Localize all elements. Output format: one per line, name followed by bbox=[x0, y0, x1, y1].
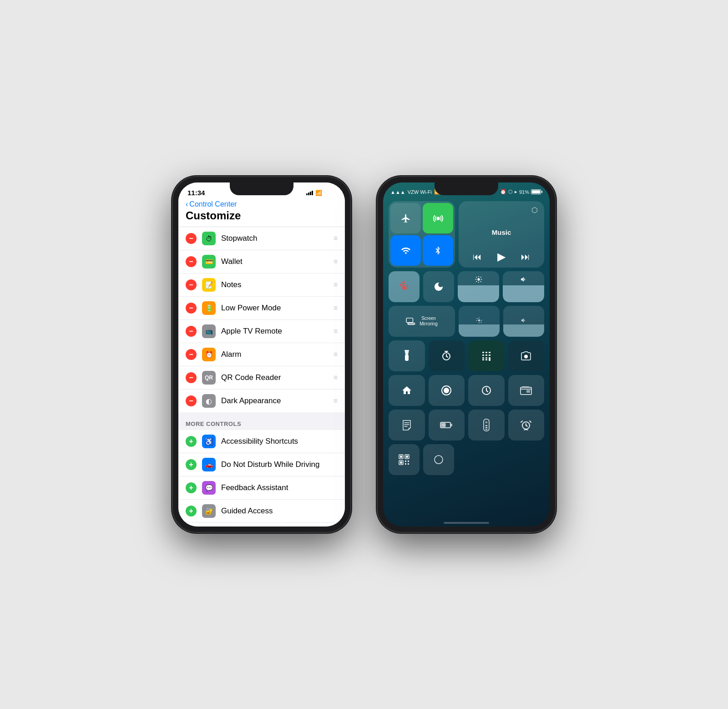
dark-mode-button[interactable] bbox=[423, 444, 454, 475]
forward-button[interactable]: ⏭ bbox=[521, 252, 530, 262]
add-button[interactable]: + bbox=[186, 506, 197, 517]
status-icons: 📶 bbox=[306, 190, 336, 196]
brightness-extended[interactable] bbox=[459, 306, 500, 337]
drag-handle[interactable]: ≡ bbox=[334, 281, 338, 289]
bluetooth-button[interactable] bbox=[423, 235, 453, 266]
remove-button[interactable]: − bbox=[186, 303, 197, 314]
back-button[interactable]: ‹ Control Center bbox=[186, 200, 338, 208]
item-icon: ⏰ bbox=[202, 348, 216, 361]
bar3 bbox=[310, 192, 311, 195]
svg-rect-5 bbox=[406, 318, 413, 323]
settings-list[interactable]: − ⏱ Stopwatch ≡ − 💳 Wallet ≡ bbox=[178, 227, 345, 527]
timer-button[interactable] bbox=[429, 340, 465, 371]
music-tile[interactable]: ⬡ Music ⏮ ▶ ⏭ bbox=[459, 201, 544, 268]
item-icon: 🔐 bbox=[202, 504, 216, 518]
drag-handle[interactable]: ≡ bbox=[334, 258, 338, 266]
list-item[interactable]: − ◐ Dark Appearance ≡ bbox=[178, 390, 345, 412]
remove-button[interactable]: − bbox=[186, 326, 197, 337]
svg-rect-12 bbox=[485, 352, 487, 353]
remove-button[interactable]: − bbox=[186, 233, 197, 244]
svg-rect-40 bbox=[400, 456, 402, 458]
flashlight-button[interactable] bbox=[389, 340, 425, 371]
svg-rect-14 bbox=[482, 354, 484, 356]
cc-grid: ⬡ Music ⏮ ▶ ⏭ bbox=[383, 198, 550, 527]
home-indicator bbox=[239, 522, 284, 524]
list-item[interactable]: + 🚗 Do Not Disturb While Driving bbox=[178, 453, 345, 476]
list-item[interactable]: − 📺 Apple TV Remote ≡ bbox=[178, 320, 345, 343]
low-power-button[interactable] bbox=[429, 410, 465, 441]
item-label: Guided Access bbox=[221, 506, 338, 516]
camera-button[interactable] bbox=[508, 340, 545, 371]
signal-icon: ▲▲▲ bbox=[390, 189, 405, 195]
svg-rect-9 bbox=[405, 354, 409, 361]
remove-button[interactable]: − bbox=[186, 372, 197, 383]
home-button[interactable] bbox=[389, 375, 425, 406]
cc-status-right: ⏰ ⬡ ▸ 91% bbox=[500, 189, 542, 195]
item-icon: ⏱ bbox=[202, 232, 216, 245]
list-item[interactable]: − 🔋 Low Power Mode ≡ bbox=[178, 297, 345, 320]
list-item[interactable]: − 💳 Wallet ≡ bbox=[178, 250, 345, 273]
calculator-button[interactable] bbox=[468, 340, 505, 371]
signal-bars bbox=[306, 191, 313, 195]
wallet-button[interactable] bbox=[508, 375, 545, 406]
row-7 bbox=[389, 444, 544, 475]
svg-point-49 bbox=[435, 456, 443, 464]
drag-handle[interactable]: ≡ bbox=[334, 327, 338, 335]
do-not-disturb-button[interactable] bbox=[423, 271, 454, 302]
brightness-slider[interactable] bbox=[458, 271, 499, 302]
list-item[interactable]: − 📝 Notes ≡ bbox=[178, 273, 345, 297]
list-item[interactable]: + 🔐 Guided Access bbox=[178, 500, 345, 523]
screen-record-button[interactable] bbox=[429, 375, 465, 406]
rewind-button[interactable]: ⏮ bbox=[473, 252, 482, 262]
nav-bar: ‹ Control Center Customize bbox=[178, 198, 345, 227]
screen-mirroring-button[interactable]: ScreenMirroring bbox=[389, 306, 455, 337]
svg-rect-48 bbox=[408, 463, 409, 465]
music-title: Music bbox=[465, 228, 538, 236]
more-controls-section: + ♿ Accessibility Shortcuts + 🚗 Do Not D… bbox=[178, 430, 345, 527]
bar4 bbox=[312, 191, 313, 195]
drag-handle[interactable]: ≡ bbox=[334, 374, 338, 382]
clock-button[interactable] bbox=[468, 375, 505, 406]
drag-handle[interactable]: ≡ bbox=[334, 397, 338, 405]
wifi-button[interactable] bbox=[390, 235, 421, 266]
list-item[interactable]: − ⏰ Alarm ≡ bbox=[178, 343, 345, 366]
connectivity-tile[interactable] bbox=[389, 201, 455, 268]
cellular-button[interactable] bbox=[423, 203, 453, 233]
remote-button[interactable] bbox=[468, 410, 505, 441]
airplane-mode-button[interactable] bbox=[390, 203, 421, 233]
play-button[interactable]: ▶ bbox=[497, 250, 506, 263]
drag-handle[interactable]: ≡ bbox=[334, 350, 338, 359]
list-item[interactable]: − ⏱ Stopwatch ≡ bbox=[178, 227, 345, 250]
remove-button[interactable]: − bbox=[186, 395, 197, 406]
drag-handle[interactable]: ≡ bbox=[334, 234, 338, 243]
add-button[interactable]: + bbox=[186, 459, 197, 470]
add-button[interactable]: + bbox=[186, 482, 197, 493]
remove-button[interactable]: − bbox=[186, 349, 197, 360]
row-3: ScreenMirroring bbox=[389, 306, 544, 337]
list-item[interactable]: − QR QR Code Reader ≡ bbox=[178, 366, 345, 390]
rotation-lock-button[interactable] bbox=[389, 271, 420, 302]
svg-rect-31 bbox=[441, 423, 446, 427]
row-6 bbox=[389, 410, 544, 441]
svg-point-23 bbox=[444, 388, 449, 393]
drag-handle[interactable]: ≡ bbox=[334, 304, 338, 312]
battery-icon bbox=[324, 190, 336, 195]
direction-icon: ▸ bbox=[515, 189, 517, 195]
add-button[interactable]: + bbox=[186, 436, 197, 447]
qr-reader-button[interactable] bbox=[389, 444, 420, 475]
back-chevron: ‹ bbox=[186, 200, 188, 208]
notes-button[interactable] bbox=[389, 410, 425, 441]
remove-button[interactable]: − bbox=[186, 256, 197, 267]
remove-button[interactable]: − bbox=[186, 279, 197, 290]
list-item[interactable]: + ♿ Accessibility Shortcuts bbox=[178, 430, 345, 453]
carrier-label: VZW Wi-Fi bbox=[408, 189, 432, 195]
volume-slider[interactable] bbox=[503, 271, 544, 302]
page-title: Customize bbox=[186, 209, 338, 222]
airplay-button[interactable]: ⬡ bbox=[531, 206, 538, 214]
alarm-button[interactable] bbox=[508, 410, 545, 441]
row-2 bbox=[389, 271, 544, 302]
bar1 bbox=[306, 193, 308, 195]
list-item[interactable]: + 💬 Feedback Assistant bbox=[178, 476, 345, 500]
item-icon: ♿ bbox=[202, 435, 216, 448]
volume-extended[interactable] bbox=[503, 306, 544, 337]
